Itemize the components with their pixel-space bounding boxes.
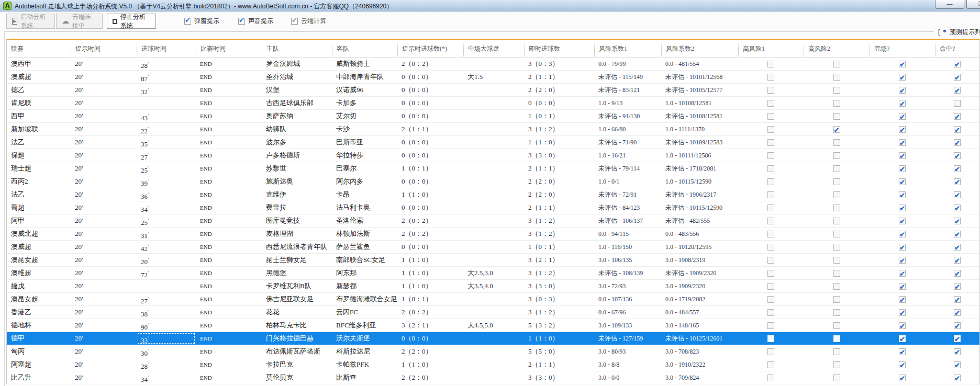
column-header-12[interactable]: 高风险2: [804, 40, 870, 57]
column-header-2[interactable]: 进球时间: [137, 40, 196, 57]
table-row[interactable]: 德乙20′32ˋEND汉堡汉诺威960（0：0）2（2：0）未评估 - 83/1…: [7, 84, 979, 97]
column-header-11[interactable]: 高风险1: [738, 40, 804, 57]
table-row[interactable]: 阿塞超20′28ˋEND卡拉巴克卡帕兹PFK1（1：0）2（1：1）3.0 - …: [7, 358, 979, 371]
table-row[interactable]: 西甲20′43ˋEND奥萨苏纳艾尔切0（0：0）1（0：1）未评估 - 91/1…: [7, 110, 979, 123]
finished-checkbox[interactable]: ✔: [899, 218, 906, 224]
table-row[interactable]: 匈丙20′30ˋEND布达佩斯瓦萨塔斯科斯拉达尼2（2：0）5（5：0）3.0 …: [7, 345, 979, 358]
finished-checkbox[interactable]: ✔: [899, 191, 906, 198]
hit-checkbox[interactable]: ✔: [954, 244, 961, 251]
highrisk1-checkbox[interactable]: [767, 100, 774, 107]
hit-checkbox[interactable]: ✔: [954, 296, 961, 303]
table-row[interactable]: 保超20′27ˋEND卢多格德斯华拉特莎0（0：0）3（3：0）1.0 - 16…: [7, 149, 979, 162]
highrisk1-checkbox[interactable]: [767, 74, 774, 81]
column-header-6[interactable]: 提示时进球数(*): [397, 40, 463, 57]
finished-checkbox[interactable]: ✔: [899, 335, 906, 342]
highrisk2-checkbox[interactable]: [833, 257, 840, 264]
highrisk2-checkbox[interactable]: [833, 296, 840, 303]
hit-checkbox[interactable]: ✔: [954, 335, 961, 342]
maximize-button[interactable]: ❐: [966, 0, 980, 9]
highrisk2-checkbox[interactable]: [833, 74, 840, 81]
cloud-compute-checkbox[interactable]: ✔ 云端计算: [291, 17, 326, 26]
highrisk2-checkbox[interactable]: [833, 61, 840, 67]
highrisk1-checkbox[interactable]: [767, 139, 774, 146]
hit-checkbox[interactable]: ✔: [954, 139, 961, 146]
highrisk2-checkbox[interactable]: [833, 231, 840, 237]
highrisk2-checkbox[interactable]: [833, 374, 840, 381]
finished-checkbox[interactable]: ✔: [899, 61, 906, 67]
column-header-10[interactable]: 风险系数2: [661, 40, 738, 57]
hit-checkbox[interactable]: ✔: [954, 152, 961, 159]
sound-alert-checkbox[interactable]: ✔ 声音提示: [238, 17, 273, 26]
finished-checkbox[interactable]: ✔: [899, 361, 906, 368]
highrisk1-checkbox[interactable]: [767, 61, 774, 67]
highrisk2-checkbox[interactable]: [833, 309, 840, 316]
highrisk1-checkbox[interactable]: [767, 309, 774, 316]
finished-checkbox[interactable]: ✔: [899, 296, 906, 303]
minimize-button[interactable]: —: [935, 0, 964, 9]
finished-checkbox[interactable]: ✔: [899, 205, 906, 211]
finished-checkbox[interactable]: ✔: [899, 126, 906, 133]
hit-checkbox[interactable]: ✔: [954, 126, 961, 133]
highrisk1-checkbox[interactable]: [767, 283, 774, 290]
highrisk1-checkbox[interactable]: [767, 244, 774, 251]
hit-checkbox[interactable]: ✔: [954, 165, 961, 172]
table-row[interactable]: 法乙20′35ˋEND波尔多巴斯蒂亚0（0：0）1（1：0）未评估 - 71/9…: [7, 136, 979, 149]
table-row[interactable]: 澳威超20′87ˋEND圣乔治城中部海岸青年队0（0：0）大1.52（1：1）未…: [7, 71, 979, 84]
table-row[interactable]: 比乙升20′34ˋEND莫伦贝克比斯查2（2：0）3（3：0）3.0 - 0/0…: [7, 371, 979, 384]
highrisk1-checkbox[interactable]: [767, 152, 774, 159]
column-header-13[interactable]: 完场?: [870, 40, 935, 57]
finished-checkbox[interactable]: ✔: [899, 74, 906, 81]
hit-checkbox[interactable]: ✔: [954, 178, 961, 185]
highrisk1-checkbox[interactable]: [767, 348, 774, 355]
highrisk1-checkbox[interactable]: [767, 218, 774, 224]
start-analysis-button[interactable]: ▶ 启动分析系统: [6, 14, 55, 29]
highrisk1-checkbox[interactable]: [767, 296, 774, 303]
table-row[interactable]: 瑞士超20′25ˋEND苏黎世巴塞尔1（0：1）2（1：1）未评估 - 79/1…: [7, 162, 979, 175]
highrisk2-checkbox[interactable]: [833, 348, 840, 355]
column-header-5[interactable]: 客队: [332, 40, 397, 57]
hit-checkbox[interactable]: ✔: [954, 218, 961, 224]
hit-checkbox[interactable]: ✔: [954, 348, 961, 355]
highrisk2-checkbox[interactable]: [833, 244, 840, 251]
table-row[interactable]: 新加坡联20′22ˋEND幼狮队卡沙2（1：1）3（1：2）1.0 - 66/8…: [7, 123, 979, 136]
column-header-9[interactable]: 风险系数1: [594, 40, 661, 57]
hit-checkbox[interactable]: ✔: [954, 374, 961, 381]
highrisk2-checkbox[interactable]: [833, 113, 840, 120]
highrisk2-checkbox[interactable]: [833, 335, 840, 342]
table-row[interactable]: 澳昆女超20′20ˋEND昆士兰狮女足南部联合SC女足1（1：0）3（2：1）3…: [7, 254, 979, 267]
table-row[interactable]: 澳昆女超20′27ˋEND佛吉尼亚联女足布罗德海滩联合女足1（0：1）3（0：3…: [7, 293, 979, 306]
column-header-4[interactable]: 主队: [262, 40, 332, 57]
table-row[interactable]: 澳西甲20′28ˋEND罗金汉姆城威斯顿骑士2（0：2）3（0：3）0.0 - …: [7, 58, 979, 71]
highrisk2-checkbox[interactable]: ✔: [833, 126, 840, 133]
highrisk2-checkbox[interactable]: [833, 270, 840, 277]
finished-checkbox[interactable]: ✔: [899, 257, 906, 264]
stop-analysis-button[interactable]: 停止分析系统: [107, 14, 156, 29]
highrisk2-checkbox[interactable]: [833, 87, 840, 94]
table-row[interactable]: 德地杯20′90ˋEND柏林马克卡比BFC维多利亚3（2：1）大4.5,5.05…: [7, 319, 979, 332]
highrisk2-checkbox[interactable]: [833, 361, 840, 368]
highrisk1-checkbox[interactable]: [767, 322, 774, 329]
finished-checkbox[interactable]: ✔: [899, 322, 906, 329]
highrisk2-checkbox[interactable]: [833, 218, 840, 224]
table-row[interactable]: 德甲20′33ˋEND门兴格拉德巴赫沃尔夫斯堡0（0：0）1（1：0）未评估 -…: [7, 332, 979, 345]
highrisk1-checkbox[interactable]: [767, 205, 774, 211]
highrisk2-checkbox[interactable]: [833, 322, 840, 329]
finished-checkbox[interactable]: ✔: [899, 139, 906, 146]
table-row[interactable]: 澳维超20′72ˋEND黑德堡阿东那1（1：0）大2.5,3.03（1：2）未评…: [7, 267, 979, 280]
table-row[interactable]: 捷戊20′END卡罗维瓦利B队新瑟都1（1：0）大3.5,4.03（3：0）3.…: [7, 280, 979, 293]
highrisk1-checkbox[interactable]: [767, 113, 774, 120]
hit-checkbox[interactable]: ✔: [954, 205, 961, 211]
table-row[interactable]: 香港乙20′38ˋEND花花云因FC2（0：2）3（1：2）0.0 - 67/9…: [7, 306, 979, 319]
table-row[interactable]: 法乙20′36ˋEND克维伊卡昂1（1：0）2（2：0）未评估 - 72/91未…: [7, 188, 979, 201]
table-row[interactable]: 肯尼联20′END古西足球俱乐部卡加多0（0：0）0（0：0）1.0 - 9/1…: [7, 97, 979, 110]
highrisk2-checkbox[interactable]: [833, 178, 840, 185]
finished-checkbox[interactable]: ✔: [899, 87, 906, 94]
hit-checkbox[interactable]: ✔: [954, 270, 961, 277]
hit-checkbox[interactable]: ✔: [954, 191, 961, 198]
finished-checkbox[interactable]: ✔: [899, 283, 906, 290]
highrisk2-checkbox[interactable]: [833, 191, 840, 198]
highrisk2-checkbox[interactable]: [833, 205, 840, 211]
popup-alert-checkbox[interactable]: ✔ 弹窗提示: [184, 17, 219, 26]
hit-checkbox[interactable]: ✔: [954, 113, 961, 120]
finished-checkbox[interactable]: ✔: [899, 231, 906, 237]
